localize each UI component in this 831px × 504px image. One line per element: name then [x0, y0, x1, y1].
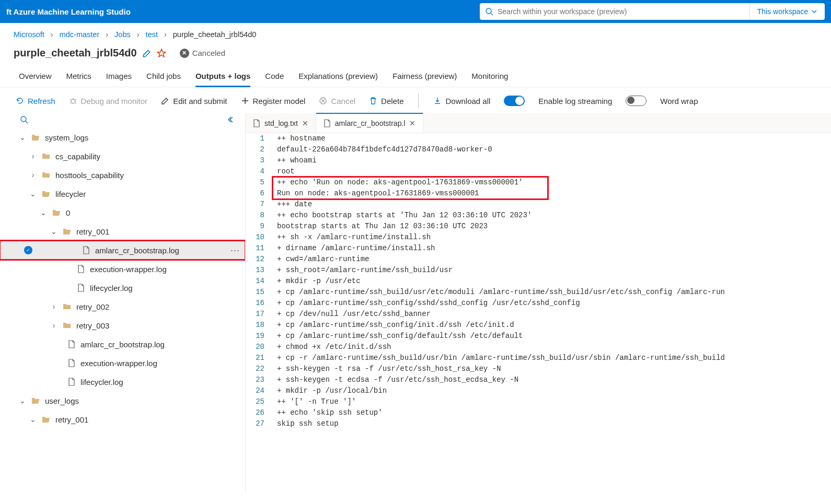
tab-monitoring[interactable]: Monitoring [471, 66, 508, 87]
folder-icon [63, 303, 71, 310]
search-box[interactable] [480, 7, 749, 16]
folder-open-icon [52, 209, 61, 216]
tree-folder-system-logs[interactable]: ⌄ system_logs [0, 128, 245, 147]
file-icon [68, 378, 75, 386]
line-number: 4 [246, 166, 272, 177]
code-line: + chmod +x /etc/init.d/ssh [272, 342, 831, 353]
more-icon[interactable]: ··· [230, 245, 240, 256]
line-number: 24 [246, 385, 272, 396]
tab-overview[interactable]: Overview [19, 66, 52, 87]
breadcrumb-link[interactable]: Jobs [114, 30, 131, 39]
line-number: 14 [246, 276, 272, 287]
toolbar: Refresh Debug and monitor Edit and submi… [0, 87, 831, 113]
editor-tab-std-log[interactable]: std_log.txt ✕ [246, 113, 316, 133]
tree-folder-cs-capability[interactable]: › cs_capability [0, 147, 245, 166]
code-line: root [272, 166, 831, 177]
close-icon[interactable]: ✕ [302, 119, 308, 127]
line-number: 5 [246, 177, 272, 188]
tab-images[interactable]: Images [106, 66, 132, 87]
log-streaming-toggle[interactable] [504, 96, 525, 106]
page-title-row: purple_cheetah_jrbl54d0 ✕ Canceled [0, 44, 831, 66]
chevron-down-icon [811, 8, 817, 15]
tree-file-amlarc-bootstrap-2[interactable]: amlarc_cr_bootstrap.log [0, 335, 245, 354]
code-line: + cp -r /amlarc-runtime/ssh_build/usr/bi… [272, 353, 831, 364]
editor-area: std_log.txt ✕ amlarc_cr_bootstrap.l ✕ 1+… [246, 113, 831, 493]
refresh-button[interactable]: Refresh [16, 97, 55, 106]
selected-check-icon: ✓ [24, 246, 32, 254]
top-bar: ft Azure Machine Learning Studio This wo… [0, 0, 831, 23]
code-line: ++ whoami [272, 155, 831, 166]
line-number: 20 [246, 342, 272, 353]
line-number: 19 [246, 331, 272, 342]
page-title: purple_cheetah_jrbl54d0 [14, 47, 137, 59]
tab-metrics[interactable]: Metrics [66, 66, 91, 87]
tree-file-lifecycler-log[interactable]: lifecycler.log [0, 278, 245, 297]
folder-open-icon [42, 416, 50, 423]
line-number: 2 [246, 144, 272, 155]
separator [418, 93, 419, 108]
tree-file-amlarc-bootstrap[interactable]: ✓ amlarc_cr_bootstrap.log ··· [0, 241, 245, 260]
file-icon [77, 265, 85, 273]
breadcrumb-link[interactable]: test [146, 30, 158, 39]
tree-folder-retry-002[interactable]: › retry_002 [0, 297, 245, 316]
tab-code[interactable]: Code [265, 66, 284, 87]
tree-folder-user-logs[interactable]: ⌄ user_logs [0, 391, 245, 410]
tree-folder-retry-003[interactable]: › retry_003 [0, 316, 245, 335]
star-icon[interactable] [157, 49, 166, 58]
collapse-panel-icon[interactable] [227, 115, 236, 124]
svg-line-1 [491, 13, 493, 15]
tree-folder-zero[interactable]: ⌄ 0 [0, 203, 245, 222]
tree-folder-user-retry-001[interactable]: ⌄ retry_001 [0, 410, 245, 429]
tab-outputs-logs[interactable]: Outputs + logs [195, 66, 250, 87]
tab-child-jobs[interactable]: Child jobs [146, 66, 181, 87]
line-number: 21 [246, 353, 272, 364]
chevron-right-icon: › [29, 171, 37, 179]
code-line: + dirname /amlarc-runtime/install.sh [272, 243, 831, 254]
tree-folder-retry-001[interactable]: ⌄ retry_001 [0, 222, 245, 241]
tab-explanations[interactable]: Explanations (preview) [298, 66, 378, 87]
chevron-down-icon: ⌄ [29, 190, 37, 198]
tab-fairness[interactable]: Fairness (preview) [393, 66, 457, 87]
line-number: 7 [246, 199, 272, 210]
scope-label: This workspace [757, 7, 808, 16]
tree-file-lifecycler-log-2[interactable]: lifecycler.log [0, 372, 245, 391]
line-number: 27 [246, 418, 272, 429]
chevron-down-icon: ⌄ [19, 133, 26, 142]
code-line: ++ sh -x /amlarc-runtime/install.sh [272, 232, 831, 243]
tree-file-exec-wrapper-2[interactable]: execution-wrapper.log [0, 354, 245, 372]
chevron-down-icon: ⌄ [40, 208, 47, 217]
code-line: + ssh-keygen -t rsa -f /usr/etc/ssh_host… [272, 364, 831, 374]
tree-file-exec-wrapper[interactable]: execution-wrapper.log [0, 260, 245, 278]
bug-icon [69, 97, 77, 105]
code-line: Run on node: aks-agentpool-17631869-vmss… [272, 188, 831, 199]
register-model-button[interactable]: Register model [241, 97, 306, 106]
search-input[interactable] [498, 7, 744, 16]
code-view[interactable]: 1++ hostname2default-226a604b784f1bdefc4… [246, 133, 831, 493]
search-scope-dropdown[interactable]: This workspace [749, 3, 825, 20]
breadcrumb-link[interactable]: Microsoft [14, 30, 44, 39]
download-all-button[interactable]: Download all [433, 97, 490, 106]
filter-search-icon[interactable] [20, 115, 28, 124]
edit-submit-button[interactable]: Edit and submit [161, 97, 227, 106]
svg-point-4 [21, 116, 26, 122]
chevron-right-icon: › [50, 321, 57, 330]
word-wrap-toggle[interactable] [626, 96, 647, 106]
delete-button[interactable]: Delete [369, 97, 403, 106]
cancel-icon [319, 97, 327, 105]
edit-icon[interactable] [142, 49, 152, 58]
folder-open-icon [63, 228, 71, 235]
file-icon [324, 119, 331, 127]
folder-icon [42, 153, 50, 160]
code-line: + cp /amlarc-runtime/ssh_build/usr/etc/m… [272, 287, 831, 298]
editor-tab-amlarc-bootstrap[interactable]: amlarc_cr_bootstrap.l ✕ [316, 113, 424, 133]
breadcrumb-link[interactable]: mdc-master [60, 30, 100, 39]
line-number: 16 [246, 298, 272, 309]
product-title: ft Azure Machine Learning Studio [6, 7, 131, 16]
code-line: bootstrap starts at Thu Jan 12 03:36:10 … [272, 221, 831, 232]
search-container: This workspace [480, 3, 825, 20]
close-icon[interactable]: ✕ [409, 119, 416, 127]
tree-folder-hosttools-capability[interactable]: › hosttools_capability [0, 166, 245, 184]
line-number: 9 [246, 221, 272, 232]
pencil-icon [161, 97, 169, 105]
tree-folder-lifecycler[interactable]: ⌄ lifecycler [0, 184, 245, 203]
